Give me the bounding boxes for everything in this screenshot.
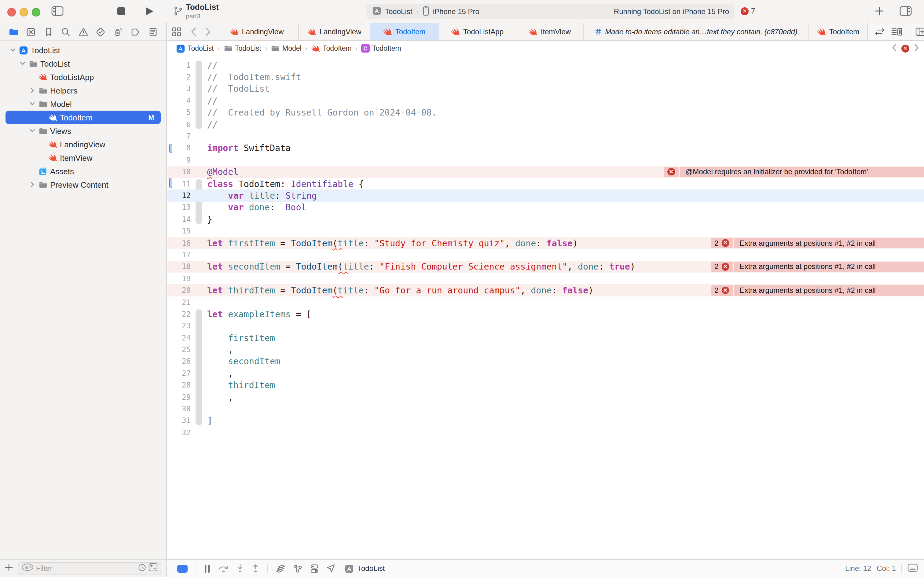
code-line-4[interactable]: 4// [167, 95, 924, 106]
code-line-10[interactable]: 10@Model✕@Model requires an initializer … [167, 166, 924, 178]
filter-menu-icon[interactable] [21, 563, 34, 574]
navigator-tab-debug-icon[interactable] [111, 25, 125, 39]
code-line-22[interactable]: 22let exampleItems = [ [167, 308, 924, 320]
code-line-18[interactable]: 18let secondItem = TodoItem(title: "Fini… [167, 261, 924, 272]
zoom-window-button[interactable] [32, 8, 40, 16]
line-number[interactable]: 10 [167, 168, 194, 176]
line-number[interactable]: 19 [167, 274, 194, 283]
toggle-left-sidebar-icon[interactable] [52, 6, 64, 16]
code-line-1[interactable]: 1// [167, 59, 924, 71]
code-line-19[interactable]: 19 [167, 272, 924, 285]
code-line-27[interactable]: 27 , [167, 367, 924, 379]
code-line-13[interactable]: 13 var done: Bool [167, 201, 924, 213]
line-number[interactable]: 4 [167, 97, 194, 105]
source-editor[interactable]: 1//2// TodoItem.swift3// TodoList4//5// … [167, 56, 924, 559]
tab-todolistapp[interactable]: TodoListApp [439, 23, 517, 40]
close-window-button[interactable] [7, 8, 16, 16]
sidebar-item-helpers[interactable]: Helpers [0, 84, 166, 97]
sidebar-item-itemview[interactable]: ItemView [0, 151, 166, 164]
toggle-debug-area-icon[interactable] [908, 563, 918, 574]
line-number[interactable]: 22 [167, 310, 194, 318]
sidebar-item-todoitem[interactable]: TodoItemM [0, 111, 166, 124]
breakpoints-toggle-button[interactable] [177, 564, 188, 572]
line-number[interactable]: 24 [167, 334, 194, 342]
sidebar-item-assets[interactable]: Assets [0, 164, 166, 178]
code-line-14[interactable]: 14} [167, 213, 924, 225]
line-number[interactable]: 7 [167, 132, 194, 140]
error-annotation[interactable]: 2✕Extra arguments at positions #1, #2 in… [711, 238, 924, 248]
code-line-8[interactable]: 8import SwiftData [167, 142, 924, 154]
add-icon[interactable] [5, 563, 13, 574]
add-tab-button[interactable] [875, 7, 884, 15]
disclosure-down-icon[interactable] [7, 47, 18, 53]
line-number[interactable]: 17 [167, 251, 194, 259]
sidebar-item-todolist[interactable]: TodoList [0, 44, 166, 57]
pause-icon[interactable] [204, 564, 210, 572]
navigator-tab-find-icon[interactable] [58, 25, 73, 39]
step-over-icon[interactable] [218, 564, 229, 573]
code-line-17[interactable]: 17 [167, 249, 924, 261]
disclosure-right-icon[interactable] [27, 87, 37, 93]
line-number[interactable]: 18 [167, 263, 194, 271]
minimize-window-button[interactable] [19, 8, 28, 16]
filter-input[interactable]: Filter [18, 562, 161, 575]
issues-count-badge[interactable]: ✕ 7 [740, 7, 755, 15]
line-number[interactable]: 11 [167, 179, 194, 188]
back-chevron-icon[interactable] [892, 44, 897, 53]
sidebar-item-landingview[interactable]: LandingView [0, 137, 166, 151]
tab-landingview[interactable]: LandingView [215, 23, 299, 40]
forward-chevron-icon[interactable] [914, 44, 919, 53]
stop-button[interactable] [118, 7, 125, 15]
tab-commit[interactable]: Made to-do items editable an…text they c… [584, 23, 809, 40]
code-line-7[interactable]: 7 [167, 131, 924, 142]
back-icon[interactable] [186, 23, 200, 40]
line-number[interactable]: 6 [167, 120, 194, 129]
line-number[interactable]: 23 [167, 322, 194, 330]
jumpbar-item-todolist[interactable]: TodoList [176, 44, 214, 53]
code-line-31[interactable]: 31] [167, 415, 924, 427]
code-line-21[interactable]: 21 [167, 297, 924, 308]
error-annotation[interactable]: 2✕Extra arguments at positions #1, #2 in… [711, 285, 924, 296]
sidebar-item-views[interactable]: Views [0, 124, 166, 137]
code-line-24[interactable]: 24 firstItem [167, 332, 924, 344]
sidebar-item-todolistapp[interactable]: TodoListApp [0, 70, 166, 84]
code-line-11[interactable]: 11class TodoItem: Identifiable { [167, 178, 924, 190]
tab-todoitem[interactable]: TodoItem [809, 23, 868, 40]
code-line-3[interactable]: 3// TodoList [167, 83, 924, 95]
navigator-tab-breakpoints-icon[interactable] [128, 25, 143, 39]
navigator-tab-reports-icon[interactable] [145, 25, 160, 39]
code-line-5[interactable]: 5// Created by Russell Gordon on 2024-04… [167, 106, 924, 119]
environment-overrides-icon[interactable] [311, 564, 319, 573]
jumpbar-item-todoitem[interactable]: CTodoItem [361, 44, 401, 53]
code-line-16[interactable]: 16let firstItem = TodoItem(title: "Study… [167, 237, 924, 249]
error-annotation[interactable]: 2✕Extra arguments at positions #1, #2 in… [711, 261, 924, 272]
navigator-tab-project-icon[interactable] [6, 25, 21, 39]
simulate-location-icon[interactable] [326, 564, 335, 573]
step-into-icon[interactable] [237, 564, 244, 573]
swap-editors-icon[interactable] [874, 27, 885, 36]
line-number[interactable]: 27 [167, 369, 194, 378]
disclosure-down-icon[interactable] [27, 101, 37, 107]
adjust-editor-options-icon[interactable] [891, 27, 903, 36]
error-annotation[interactable]: ✕@Model requires an initializer be provi… [664, 166, 924, 177]
sidebar-item-preview-content[interactable]: Preview Content [0, 178, 166, 191]
step-out-icon[interactable] [252, 564, 259, 573]
line-number[interactable]: 25 [167, 345, 194, 354]
navigator-tab-issues-icon[interactable] [76, 25, 90, 39]
error-badge-icon[interactable]: ✕ [901, 44, 910, 52]
jumpbar-item-todolist[interactable]: TodoList [223, 44, 261, 53]
code-line-15[interactable]: 15 [167, 225, 924, 237]
line-number[interactable]: 28 [167, 381, 194, 389]
code-line-12[interactable]: 12 var title: String [167, 190, 924, 202]
code-line-20[interactable]: 20let thirdItem = TodoItem(title: "Go fo… [167, 285, 924, 297]
code-line-9[interactable]: 9 [167, 154, 924, 166]
code-line-25[interactable]: 25 , [167, 344, 924, 356]
code-line-29[interactable]: 29 , [167, 391, 924, 403]
code-line-23[interactable]: 23 [167, 320, 924, 332]
line-number[interactable]: 14 [167, 215, 194, 224]
code-line-2[interactable]: 2// TodoItem.swift [167, 71, 924, 83]
line-number[interactable]: 5 [167, 108, 194, 117]
disclosure-right-icon[interactable] [27, 182, 37, 188]
view-hierarchy-icon[interactable] [275, 564, 285, 573]
disclosure-down-icon[interactable] [17, 61, 27, 67]
